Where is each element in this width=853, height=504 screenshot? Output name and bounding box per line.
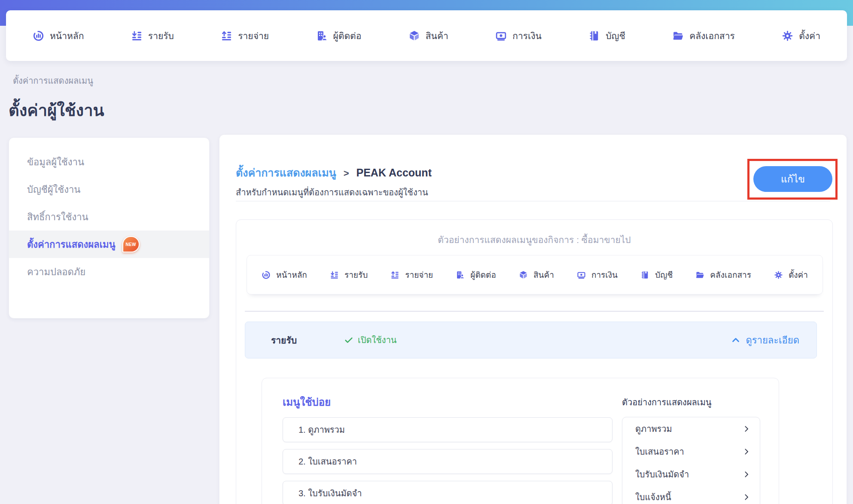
nav-label: รายจ่าย (238, 29, 269, 43)
menu-display-panel: ตั้งค่าการแสดงผลเมนู > PEAK Account สำหร… (219, 134, 847, 504)
view-details-toggle[interactable]: ดูรายละเอียด (731, 333, 799, 348)
new-badge: NEW (122, 236, 140, 252)
nav-label: สินค้า (426, 29, 448, 43)
nav-label: หน้าหลัก (50, 29, 84, 43)
income-icon (131, 30, 143, 42)
preview-nav-item-expense[interactable]: รายจ่าย (390, 268, 433, 281)
sidebar-item-label: ตั้งค่าการแสดงผลเมนู (27, 237, 116, 252)
chevron-right-icon (743, 493, 750, 501)
frequent-menu-title: เมนูใช้บ่อย (283, 394, 612, 410)
nav-label: คลังเอกสาร (710, 268, 751, 281)
menu-example-item[interactable]: ดูภาพรวม (622, 417, 760, 440)
income-section-row: รายรับ เปิดใช้งาน ดูรายละเอียด (245, 322, 817, 358)
gear-icon (782, 30, 793, 42)
preview-nav-item-products[interactable]: สินค้า (519, 268, 554, 281)
nav-label: ผู้ติดต่อ (470, 268, 496, 281)
folder-icon (672, 30, 684, 42)
contacts-icon (456, 270, 465, 279)
nav-label: หน้าหลัก (276, 268, 307, 281)
frequent-menu-item[interactable]: 2. ใบเสนอราคา (283, 449, 612, 474)
nav-label: การเงิน (512, 29, 542, 43)
income-detail-card: เมนูใช้บ่อย 1. ดูภาพรวม 2. ใบเสนอราคา 3.… (262, 378, 779, 504)
nav-item-documents[interactable]: คลังเอกสาร (672, 29, 735, 43)
edit-button[interactable]: แก้ไข (753, 166, 832, 192)
nav-item-home[interactable]: หน้าหลัก (33, 29, 84, 43)
panel-breadcrumb-link[interactable]: ตั้งค่าการแสดงผลเมนู (236, 167, 336, 179)
preview-title: ตัวอย่างการแสดงผลเมนูของกิจการ : ซื้อมาข… (236, 233, 832, 247)
nav-label: รายรับ (148, 29, 174, 43)
nav-label: บัญชี (606, 29, 625, 43)
income-icon (330, 270, 339, 279)
ledger-icon (588, 30, 600, 42)
menu-example-item[interactable]: ใบแจ้งหนี้ (622, 486, 760, 504)
menu-example-label: ดูภาพรวม (635, 422, 672, 436)
nav-label: ตั้งค่า (799, 29, 820, 43)
menu-preview-container: ตัวอย่างการแสดงผลเมนูของกิจการ : ซื้อมาข… (236, 219, 833, 504)
menu-example-list: ดูภาพรวม ใบเสนอราคา ใบรับเงินมัดจำ (622, 417, 760, 504)
gear-icon (774, 270, 783, 279)
chevron-right-icon (743, 425, 750, 433)
preview-nav-item-home[interactable]: หน้าหลัก (262, 268, 307, 281)
status-label: เปิดใช้งาน (358, 333, 397, 347)
header-divider (236, 201, 830, 201)
ledger-icon (640, 270, 649, 279)
status-enabled: เปิดใช้งาน (344, 333, 397, 347)
sidebar-item-security[interactable]: ความปลอดภัย (9, 258, 209, 285)
menu-example-label: ใบรับเงินมัดจำ (635, 468, 689, 481)
frequent-menu-item[interactable]: 1. ดูภาพรวม (283, 417, 612, 442)
dashboard-icon (33, 30, 44, 42)
settings-sidebar: ข้อมูลผู้ใช้งาน บัญชีผู้ใช้งาน สิทธิ์การ… (9, 137, 210, 319)
preview-nav-item-settings[interactable]: ตั้งค่า (774, 268, 808, 281)
preview-nav-item-contacts[interactable]: ผู้ติดต่อ (456, 268, 496, 281)
panel-subtitle: สำหรับกำหนดเมนูที่ต้องการแสดงเฉพาะของผู้… (236, 185, 432, 199)
sidebar-item-menu-display[interactable]: ตั้งค่าการแสดงผลเมนู NEW (9, 231, 209, 258)
frequent-menu-label: 2. ใบเสนอราคา (299, 455, 357, 468)
frequent-menu-label: 3. ใบรับเงินมัดจำ (299, 486, 362, 500)
sidebar-item-permissions[interactable]: สิทธิ์การใช้งาน (9, 203, 209, 231)
panel-header: ตั้งค่าการแสดงผลเมนู > PEAK Account สำหร… (236, 164, 432, 199)
nav-item-finance[interactable]: การเงิน (495, 29, 542, 43)
dashboard-icon (262, 270, 271, 279)
nav-label: ผู้ติดต่อ (333, 29, 362, 43)
nav-item-contacts[interactable]: ผู้ติดต่อ (316, 29, 362, 43)
nav-item-products[interactable]: สินค้า (408, 29, 448, 43)
sidebar-item-label: บัญชีผู้ใช้งาน (27, 182, 80, 197)
frequent-menu-item[interactable]: 3. ใบรับเงินมัดจำ (283, 481, 612, 504)
nav-label: รายรับ (344, 268, 368, 281)
breadcrumb[interactable]: ตั้งค่าการแสดงผลเมนู (13, 74, 93, 88)
menu-example-title: ตัวอย่างการแสดงผลเมนู (622, 395, 760, 409)
preview-navigation-bar: หน้าหลัก รายรับ รายจ่าย ผู้ติดต่อ สินค้า… (247, 255, 823, 295)
frequent-menu-column: เมนูใช้บ่อย 1. ดูภาพรวม 2. ใบเสนอราคา 3.… (283, 394, 612, 504)
folder-icon (695, 270, 704, 279)
expense-icon (390, 270, 399, 279)
nav-item-expense[interactable]: รายจ่าย (221, 29, 269, 43)
chevron-right-icon (743, 471, 750, 478)
preview-nav-item-documents[interactable]: คลังเอกสาร (695, 268, 751, 281)
nav-item-settings[interactable]: ตั้งค่า (782, 29, 820, 43)
sidebar-item-label: ความปลอดภัย (27, 264, 85, 279)
preview-nav-item-income[interactable]: รายรับ (330, 268, 368, 281)
menu-example-item[interactable]: ใบรับเงินมัดจำ (622, 463, 760, 486)
contacts-icon (316, 30, 328, 42)
check-icon (344, 335, 353, 345)
nav-label: การเงิน (591, 268, 618, 281)
nav-label: รายจ่าย (405, 268, 433, 281)
product-icon (408, 30, 420, 42)
preview-nav-item-finance[interactable]: การเงิน (577, 268, 618, 281)
section-divider (245, 311, 824, 312)
finance-icon (577, 270, 586, 279)
frequent-menu-label: 1. ดูภาพรวม (299, 423, 345, 437)
chevron-right-icon (743, 448, 750, 455)
top-navigation-bar: หน้าหลัก รายรับ รายจ่าย ผู้ติดต่อ สินค้า… (6, 10, 847, 61)
nav-label: บัญชี (655, 268, 673, 281)
menu-example-item[interactable]: ใบเสนอราคา (622, 440, 760, 463)
breadcrumb-separator: > (339, 168, 353, 179)
nav-label: ตั้งค่า (789, 268, 808, 281)
sidebar-item-user-info[interactable]: ข้อมูลผู้ใช้งาน (9, 148, 209, 176)
nav-label: สินค้า (533, 268, 554, 281)
nav-item-income[interactable]: รายรับ (131, 29, 174, 43)
expense-icon (221, 30, 232, 42)
preview-nav-item-accounting[interactable]: บัญชี (640, 268, 673, 281)
sidebar-item-user-account[interactable]: บัญชีผู้ใช้งาน (9, 176, 209, 203)
nav-item-accounting[interactable]: บัญชี (588, 29, 625, 43)
